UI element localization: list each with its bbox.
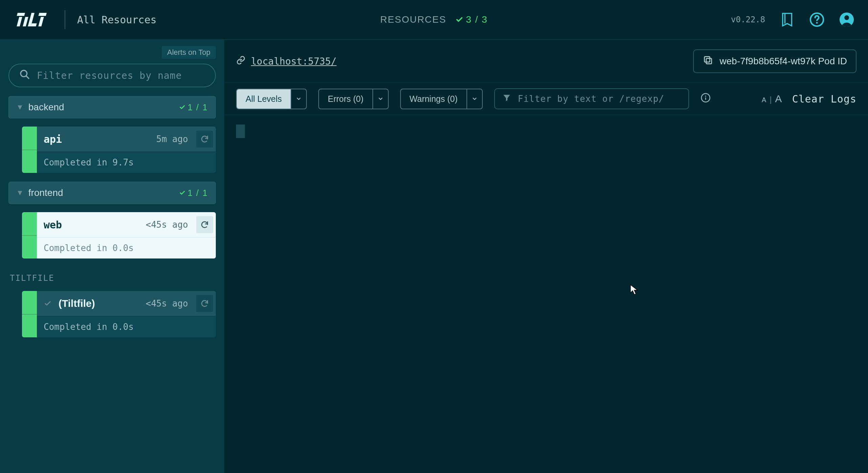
clear-logs-button[interactable]: Clear Logs	[792, 93, 856, 105]
resource-card-api[interactable]: api 5m ago Completed in 9.7s	[22, 127, 216, 173]
account-icon[interactable]	[839, 12, 854, 27]
content-pane: localhost:5735/ web-7f9b8b65f4-wt97k Pod…	[225, 40, 868, 473]
cursor-icon	[630, 284, 639, 295]
sidebar: Alerts on Top ▼ backend 1 / 1	[0, 40, 225, 473]
filter-icon	[502, 93, 511, 104]
resource-card-tiltfile[interactable]: (Tiltfile) <45s ago Completed in 0.0s	[22, 291, 216, 337]
main: Alerts on Top ▼ backend 1 / 1	[0, 40, 868, 473]
resource-time: <45s ago	[146, 298, 188, 309]
log-level-warnings: Warnings (0)	[400, 89, 483, 109]
log-level-all: All Levels	[236, 89, 307, 109]
refresh-icon	[200, 220, 209, 229]
all-levels-button[interactable]: All Levels	[237, 89, 291, 109]
status-bar	[22, 291, 37, 337]
resources-label: RESOURCES	[380, 14, 446, 25]
group-count: 1 / 1	[179, 102, 208, 113]
topbar: All Resources RESOURCES 3 / 3 v0.22.8	[0, 0, 868, 40]
topbar-right: v0.22.8	[731, 12, 854, 27]
svg-rect-17	[705, 97, 706, 100]
font-large-icon: A	[775, 93, 782, 105]
check-icon	[456, 16, 463, 23]
resource-status: Completed in 0.0s	[37, 237, 216, 258]
chevron-down-icon: ▼	[16, 188, 24, 197]
svg-rect-1	[17, 17, 22, 26]
log-level-errors: Errors (0)	[318, 89, 389, 109]
resource-name: (Tiltfile)	[59, 298, 141, 309]
log-toolbar: All Levels Errors (0) Warnings (0)	[225, 83, 868, 115]
svg-rect-13	[706, 59, 712, 64]
refresh-button[interactable]	[196, 131, 213, 148]
svg-rect-5	[39, 13, 47, 16]
group-header-frontend[interactable]: ▼ frontend 1 / 1	[8, 182, 216, 204]
topbar-left: All Resources	[14, 10, 157, 29]
refresh-button[interactable]	[196, 216, 213, 233]
content-header: localhost:5735/ web-7f9b8b65f4-wt97k Pod…	[225, 40, 868, 83]
resource-name: api	[44, 133, 152, 145]
link-icon	[236, 55, 246, 67]
log-gutter	[236, 125, 245, 138]
chevron-down-icon: ▼	[16, 103, 24, 112]
page-title: All Resources	[77, 14, 157, 26]
svg-rect-4	[31, 23, 37, 26]
version-label: v0.22.8	[731, 15, 765, 24]
toolbar-right: A | A Clear Logs	[762, 93, 856, 105]
log-filter[interactable]	[494, 88, 689, 109]
chevron-down-icon	[296, 96, 302, 102]
font-size-toggle[interactable]: A | A	[762, 93, 782, 105]
resource-time: 5m ago	[156, 134, 188, 144]
tilt-logo[interactable]	[14, 13, 53, 26]
group-header-backend[interactable]: ▼ backend 1 / 1	[8, 96, 216, 118]
resource-filter[interactable]	[8, 64, 216, 87]
warnings-button[interactable]: Warnings (0)	[401, 89, 466, 109]
logo-divider	[65, 10, 65, 29]
copy-icon	[703, 55, 713, 68]
errors-button[interactable]: Errors (0)	[319, 89, 372, 109]
check-icon	[179, 104, 185, 110]
log-area[interactable]	[225, 115, 868, 473]
svg-rect-0	[17, 13, 25, 16]
group-count: 1 / 1	[179, 188, 208, 198]
svg-rect-2	[23, 17, 28, 26]
log-filter-input[interactable]	[518, 94, 681, 104]
refresh-button[interactable]	[196, 295, 213, 312]
svg-point-10	[844, 15, 849, 20]
resource-card-web[interactable]: web <45s ago Completed in 0.0s	[22, 212, 216, 258]
alerts-on-top-toggle[interactable]: Alerts on Top	[162, 46, 216, 59]
check-icon	[179, 190, 185, 196]
endpoint-url[interactable]: localhost:5735/	[251, 56, 337, 67]
pod-id-copy[interactable]: web-7f9b8b65f4-wt97k Pod ID	[693, 49, 856, 73]
refresh-icon	[200, 135, 209, 143]
chevron-down-icon	[472, 96, 478, 102]
group-name: backend	[28, 102, 180, 113]
tiltfile-section-label: TILTFILE	[10, 273, 216, 283]
all-levels-dropdown[interactable]	[291, 89, 306, 109]
svg-line-12	[26, 76, 29, 78]
svg-rect-14	[705, 57, 710, 62]
resource-time: <45s ago	[146, 220, 188, 230]
resources-count: 3 / 3	[456, 14, 487, 25]
check-icon	[42, 297, 54, 310]
group-name: frontend	[28, 187, 180, 198]
font-small-icon: A	[762, 96, 766, 104]
pod-id-text: web-7f9b8b65f4-wt97k Pod ID	[719, 56, 847, 67]
endpoint-link[interactable]: localhost:5735/	[236, 55, 337, 67]
help-icon[interactable]	[809, 12, 825, 27]
status-bar	[22, 127, 37, 173]
resource-status: Completed in 0.0s	[37, 316, 216, 337]
snapshots-icon[interactable]	[779, 12, 795, 27]
resource-name: web	[44, 219, 141, 231]
warnings-dropdown[interactable]	[466, 89, 482, 109]
svg-point-16	[705, 95, 706, 96]
svg-rect-6	[38, 17, 44, 26]
resource-status: Completed in 9.7s	[37, 152, 216, 173]
filter-info-icon[interactable]	[701, 93, 711, 105]
resource-filter-input[interactable]	[37, 70, 205, 81]
errors-dropdown[interactable]	[372, 89, 388, 109]
topbar-center: RESOURCES 3 / 3	[380, 14, 488, 25]
search-icon	[19, 69, 30, 82]
status-bar	[22, 212, 37, 258]
chevron-down-icon	[378, 96, 384, 102]
svg-point-8	[816, 22, 818, 24]
refresh-icon	[200, 299, 209, 308]
